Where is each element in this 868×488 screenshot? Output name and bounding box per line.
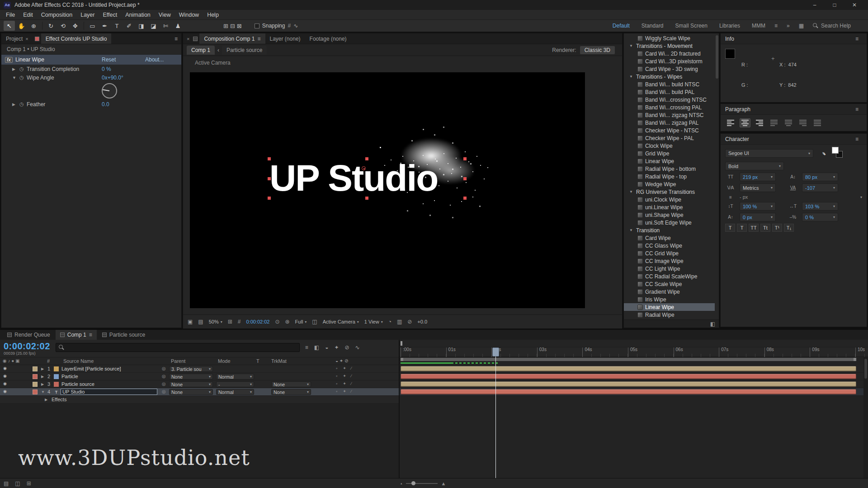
resolution-select[interactable]: Full ▾ — [295, 319, 307, 324]
angle-dial[interactable] — [102, 83, 117, 99]
snap-grid-icon[interactable]: # — [288, 23, 291, 29]
visibility-toggle-icon[interactable] — [3, 381, 7, 386]
layer-duration-bar[interactable] — [401, 366, 856, 371]
effects-preset-row[interactable]: CC Glass Wipe — [624, 242, 715, 249]
pickwhip-icon[interactable] — [162, 389, 166, 394]
align-right-button[interactable] — [754, 118, 765, 127]
chevron-right-icon[interactable]: ▶ — [12, 67, 15, 71]
monitor2-icon[interactable]: ▤ — [198, 319, 203, 325]
tab-project[interactable]: Project × — [1, 33, 33, 44]
panel-menu-icon[interactable]: ≡ — [852, 136, 862, 142]
character-panel-header[interactable]: Character ≡ — [721, 134, 867, 145]
justify-last-center-button[interactable] — [783, 118, 794, 127]
label-color-chip[interactable] — [33, 389, 38, 394]
pen-tool-icon[interactable]: ✒ — [99, 21, 110, 31]
workspace-button[interactable]: Small Screen — [675, 23, 708, 29]
zoom-out-icon[interactable]: ▴ — [401, 482, 402, 485]
flowchart-icon[interactable]: ▤ — [4, 480, 9, 487]
type-style-button[interactable]: T — [737, 224, 747, 232]
tracking-select[interactable]: -107 ▾ — [802, 183, 838, 192]
stopwatch-icon[interactable]: ◷ — [19, 66, 24, 72]
fill-color-swatch[interactable] — [832, 147, 839, 154]
selection-handle[interactable] — [365, 197, 368, 200]
selection-handle[interactable] — [463, 177, 467, 180]
effects-preset-row[interactable]: RG Universe Transitions — [624, 188, 715, 196]
type-style-button[interactable]: T₁ — [784, 224, 794, 232]
current-time-indicator-handle[interactable] — [492, 347, 499, 357]
layer-name[interactable]: Particle source — [61, 381, 158, 387]
layer-duration-bar[interactable] — [401, 374, 856, 379]
grid-toggle-icon[interactable]: ◫ — [15, 480, 20, 487]
effects-preset-row[interactable]: CC Scale Wipe — [624, 280, 715, 288]
snap-wave-icon[interactable]: ∿ — [293, 23, 298, 29]
effects-preset-row[interactable]: Clock Wipe — [624, 142, 715, 150]
effects-preset-row[interactable]: Band Wi... zigzag PAL — [624, 119, 715, 127]
layer-row[interactable]: ▼ 4 T UP Studio None Normal — [0, 388, 399, 396]
composition-canvas[interactable]: UP Studio — [190, 72, 585, 308]
stopwatch-icon[interactable]: ◷ — [19, 75, 24, 80]
effects-preset-row[interactable]: Band Wi...crossing PAL — [624, 103, 715, 111]
stopwatch-icon[interactable]: ◷ — [19, 101, 24, 107]
layer-twirl-icon[interactable]: ▼ — [41, 390, 45, 394]
effects-preset-row[interactable]: Linear Wipe — [624, 157, 715, 165]
exposure-value[interactable]: +0.0 — [417, 319, 427, 324]
effects-preset-row[interactable]: Wiggly Scale Wipe — [624, 34, 715, 42]
type-tool-icon[interactable]: T — [111, 21, 123, 31]
visibility-toggle-icon[interactable] — [3, 374, 7, 378]
selection-handle[interactable] — [268, 197, 271, 200]
motion-blur-icon[interactable]: ⊘ — [345, 344, 349, 351]
label-color-chip[interactable] — [33, 374, 38, 379]
maximize-button[interactable]: □ — [825, 2, 844, 8]
scrollbar-thumb[interactable] — [716, 35, 718, 79]
close-icon[interactable]: × — [183, 36, 191, 42]
draft-3d-icon[interactable]: ◧ — [314, 344, 319, 351]
selection-handle[interactable] — [463, 197, 467, 200]
minimize-button[interactable]: – — [805, 2, 825, 8]
column-parent[interactable]: Parent — [171, 358, 185, 364]
mode-select[interactable]: Normal — [216, 389, 254, 395]
overflow-icon[interactable]: » — [787, 23, 790, 29]
layer-name[interactable]: LayerEmit [Particle source] — [61, 366, 158, 371]
close-icon[interactable]: × — [25, 36, 28, 42]
column-source-name[interactable]: Source Name — [63, 358, 94, 364]
effects-preset-row[interactable]: Card Wipe — [624, 234, 715, 242]
type-style-button[interactable]: T¹ — [772, 224, 782, 232]
chevron-down-icon[interactable]: ▾ — [860, 195, 862, 199]
camera-tool-icon[interactable]: ⟲ — [57, 21, 69, 31]
type-style-button[interactable]: T — [725, 224, 735, 232]
trkmat-select[interactable]: None — [271, 381, 311, 387]
property-value[interactable]: 0.0 — [102, 101, 109, 108]
fast-preview-icon[interactable]: ▥ — [397, 319, 402, 325]
effects-preset-row[interactable]: Band Wi...crossing NTSC — [624, 96, 715, 103]
align-center-button[interactable] — [740, 118, 750, 127]
adjust-exposure-icon[interactable]: ⊘ — [407, 319, 412, 325]
effects-preset-row[interactable]: uni.Soft Edge Wipe — [624, 219, 715, 226]
effects-preset-row[interactable]: Radial Wipe - top — [624, 173, 715, 180]
effects-preset-row[interactable]: uni.Clock Wipe — [624, 196, 715, 203]
graph-editor-icon[interactable]: ∿ — [355, 344, 360, 351]
workspace-menu-icon[interactable]: ≡ — [774, 23, 778, 29]
effects-preset-row[interactable]: Wedge Wipe — [624, 180, 715, 188]
effects-preset-row[interactable]: Band Wi... zigzag NTSC — [624, 111, 715, 119]
effects-preset-row[interactable]: Card Wipe - 3D swing — [624, 65, 715, 73]
mode-select[interactable]: - — [216, 381, 254, 387]
pickwhip-icon[interactable] — [162, 374, 166, 379]
search-help-input[interactable] — [821, 23, 862, 29]
baseline-shift-select[interactable]: 0 px ▾ — [740, 213, 776, 221]
current-time-indicator-line[interactable] — [495, 353, 496, 478]
timeline-search-input[interactable] — [66, 345, 296, 350]
selection-handle[interactable] — [268, 177, 271, 180]
eraser-tool-icon[interactable]: ◪ — [148, 21, 159, 31]
renderer-button[interactable]: Classic 3D — [580, 46, 615, 54]
viewer-scroll-icon[interactable]: ‹ — [217, 47, 219, 53]
parent-select[interactable]: None — [169, 381, 213, 387]
layer-switches[interactable] — [335, 366, 354, 371]
preview-timecode[interactable]: 0:00:02:02 — [246, 319, 269, 324]
effects-preset-row[interactable]: Gradient Wipe — [624, 288, 715, 296]
justify-all-button[interactable] — [812, 118, 823, 127]
world-axis-icon[interactable]: ⊟ — [230, 23, 235, 29]
menu-item[interactable]: Window — [175, 11, 203, 19]
expand-icon[interactable]: ⊞ — [27, 480, 31, 487]
effect-header-row[interactable]: fx Linear Wipe Reset About... — [1, 55, 181, 65]
zoom-select[interactable]: 50% ▾ — [209, 319, 222, 324]
